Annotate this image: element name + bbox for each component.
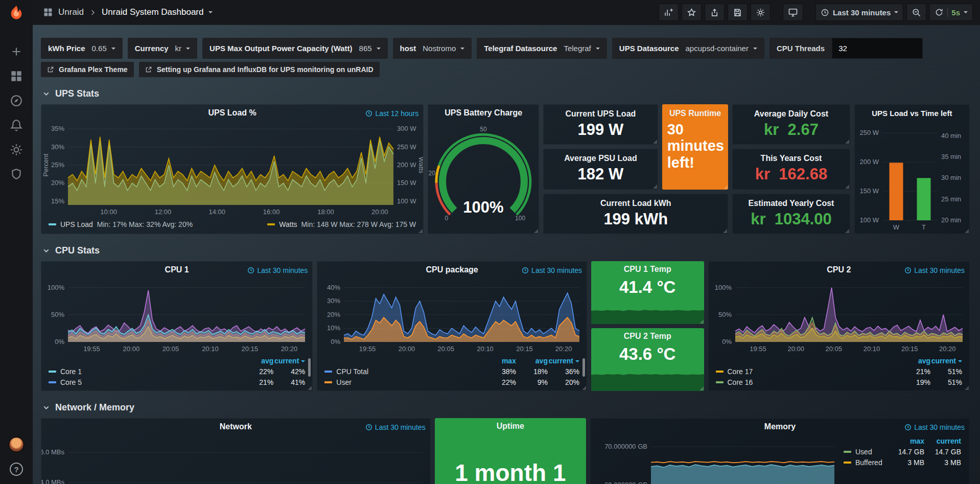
refresh-button-group[interactable]: 5s (929, 4, 973, 21)
network-chart[interactable]: 2.0 MBs4.0 MBs6.0 MBs (41, 435, 430, 484)
panel-title[interactable]: CPU 1 Temp (624, 265, 671, 274)
breadcrumb-folder[interactable]: Unraid (58, 7, 84, 17)
legend-col[interactable]: avg (899, 357, 930, 365)
help-icon[interactable]: ? (10, 463, 23, 476)
panel-title[interactable]: UPS Battery Charge (445, 108, 522, 118)
battery-gauge[interactable]: 02050100100% (428, 121, 539, 234)
add-panel-button[interactable] (659, 4, 679, 21)
star-button[interactable] (682, 4, 702, 21)
legend-col[interactable]: avg (516, 357, 548, 365)
variable-label: Currency (135, 44, 169, 53)
legend-col[interactable]: current (924, 437, 961, 445)
dashboards-icon[interactable] (10, 70, 23, 83)
panel-title[interactable]: CPU 1 (165, 265, 189, 274)
legend-scrollbar[interactable] (582, 358, 585, 377)
dashboard-title[interactable]: Unraid System Dashboard (102, 7, 203, 17)
ups-load-chart[interactable]: 15%20%25%30%35%100 W150 W200 W250 W300 W… (41, 121, 423, 218)
cpu1-temp-sparkline (591, 297, 704, 324)
legend-row[interactable]: Used14.7 GB14.7 GB (844, 448, 961, 456)
legend-col-sort[interactable]: current (930, 357, 962, 365)
configuration-gear-icon[interactable] (10, 143, 23, 156)
series-swatch (844, 462, 851, 464)
svg-text:50%: 50% (718, 311, 731, 318)
svg-text:20:15: 20:15 (517, 345, 533, 353)
save-button[interactable] (728, 4, 748, 21)
share-button[interactable] (705, 4, 725, 21)
panel-title[interactable]: UPS Load vs Time left (872, 109, 952, 118)
panel-cpu-2: CPU 2 Last 30 minutes 0%50%100%19:5520:0… (708, 261, 970, 391)
variable-telegraf-datasource[interactable]: Telegraf Datasource Telegraf (477, 38, 606, 59)
panel-ups-battery-charge: UPS Battery Charge 02050100100% (428, 104, 539, 234)
legend-col[interactable]: max (484, 357, 516, 365)
panel-title[interactable]: UPS Runtime (662, 109, 729, 118)
memory-chart[interactable]: 50.000000 GB60.000000 GB70.000000 GB (591, 435, 842, 484)
section-network-memory[interactable]: Network / Memory (42, 402, 970, 413)
legend-col-sort[interactable]: current (548, 357, 579, 365)
alerting-bell-icon[interactable] (10, 119, 23, 132)
svg-text:300 W: 300 W (397, 125, 416, 132)
legend-row[interactable]: Core 521%41% (49, 378, 305, 386)
panel-title[interactable]: CPU 2 Temp (624, 332, 671, 341)
legend-row[interactable]: User22%9%20% (324, 378, 579, 386)
legend-col[interactable]: max (888, 437, 924, 445)
user-avatar[interactable] (9, 437, 24, 452)
time-range-picker[interactable]: Last 30 minutes (815, 4, 903, 21)
panel-time-badge: Last 30 minutes (904, 266, 965, 274)
legend-item-watts[interactable]: Watts Min: 148 W Max: 278 W Avg: 175 W (267, 220, 416, 228)
legend-row[interactable]: Core 1619%51% (716, 378, 963, 386)
load-vs-time-chart[interactable]: 100 W150 W200 W250 W20 min25 min30 min35… (855, 121, 969, 234)
link-grafana-plex-theme[interactable]: Grafana Plex Theme (41, 62, 134, 77)
panel-title[interactable]: CPU 2 (827, 265, 851, 274)
svg-text:100%: 100% (463, 198, 504, 216)
panel-title[interactable]: Current Load kWh (544, 199, 728, 208)
panel-average-daily-cost: Average Daily Cost kr 2.67 (732, 104, 850, 145)
panel-title[interactable]: Uptime (497, 422, 524, 431)
panel-title[interactable]: UPS Load % (208, 108, 256, 118)
legend-scrollbar[interactable] (308, 358, 311, 377)
cpu-package-chart[interactable]: 0%10%20%30%40%19:5520:0020:0520:1020:152… (317, 278, 587, 355)
svg-text:0: 0 (445, 215, 449, 222)
kiosk-monitor-button[interactable] (783, 4, 803, 21)
panel-title[interactable]: CPU package (426, 265, 478, 274)
clock-icon (904, 267, 912, 274)
panel-title[interactable]: Memory (764, 422, 796, 431)
cpu-threads-input[interactable]: 32 (832, 38, 923, 59)
cpu1-chart[interactable]: 0%50%100%19:5520:0020:0520:1020:1520:20 (41, 278, 312, 355)
svg-text:W: W (893, 223, 899, 231)
section-ups-stats[interactable]: UPS Stats (42, 88, 970, 99)
legend-item-ups-load[interactable]: UPS Load Min: 17% Max: 32% Avg: 20% (49, 220, 193, 228)
legend-col[interactable]: avg (242, 357, 273, 365)
cpu2-chart[interactable]: 0%50%100%19:5520:0020:0520:1020:1520:20 (709, 278, 970, 355)
panel-ups-runtime: UPS Runtime 30 minutes left! (662, 104, 729, 190)
legend-row[interactable]: Buffered3 MB3 MB (844, 458, 961, 467)
explore-compass-icon[interactable] (10, 94, 23, 107)
link-ups-monitoring-guide[interactable]: Setting up Grafana and InfluxDB for UPS … (139, 62, 380, 77)
variable-host[interactable]: host Nostromo (393, 38, 472, 59)
legend-col-sort[interactable]: current (273, 357, 305, 365)
variable-kwh-price[interactable]: kWh Price 0.65 (41, 38, 123, 59)
legend-row[interactable]: Core 1721%51% (716, 367, 963, 376)
panel-title[interactable]: Estimated Yearly Cost (733, 199, 849, 208)
server-admin-shield-icon[interactable] (10, 168, 23, 181)
grafana-logo-icon[interactable] (0, 0, 33, 26)
panel-title[interactable]: Current UPS Load (544, 109, 658, 119)
settings-gear-button[interactable] (751, 4, 771, 21)
variable-currency[interactable]: Currency kr (128, 38, 197, 59)
breadcrumb[interactable]: Unraid Unraid System Dashboard (43, 7, 213, 17)
variable-label: host (400, 44, 416, 53)
section-cpu-stats[interactable]: CPU Stats (42, 245, 970, 256)
panel-estimated-yearly-cost: Estimated Yearly Cost kr 1034.00 (732, 194, 850, 234)
legend-row[interactable]: CPU Total38%18%36% (324, 367, 579, 376)
panel-title[interactable]: This Years Cost (733, 154, 849, 163)
series-swatch (844, 451, 851, 453)
create-plus-icon[interactable] (10, 45, 23, 58)
variable-ups-max-output[interactable]: UPS Max Output Power Capacity (Watt) 865 (202, 38, 388, 59)
legend-row[interactable]: Core 122%42% (49, 367, 305, 376)
svg-text:20:10: 20:10 (863, 345, 880, 353)
variable-ups-datasource[interactable]: UPS Datasource apcupsd-container (612, 38, 764, 59)
zoom-out-button[interactable] (906, 4, 926, 21)
panel-average-psu-load: Average PSU Load 182 W (543, 149, 658, 189)
panel-title[interactable]: Average Daily Cost (733, 109, 849, 119)
panel-title[interactable]: Network (220, 422, 252, 431)
panel-title[interactable]: Average PSU Load (544, 154, 658, 163)
